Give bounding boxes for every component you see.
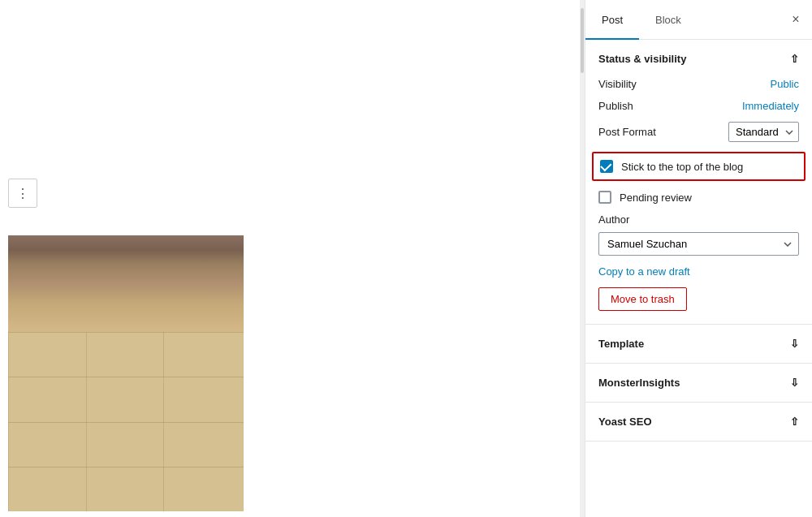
tab-post[interactable]: Post	[585, 0, 639, 39]
pending-review-label: Pending review	[620, 192, 692, 204]
monster-insights-section[interactable]: MonsterInsights ⇩	[585, 364, 812, 403]
sidebar-tabs: Post Block ×	[585, 0, 812, 40]
move-to-trash-button[interactable]: Move to trash	[598, 287, 687, 311]
tab-block[interactable]: Block	[639, 0, 698, 39]
status-visibility-section: Status & visibility ⇧ Visibility Public …	[585, 40, 812, 325]
sidebar-panel: Post Block × Status & visibility ⇧ Visib…	[585, 0, 812, 517]
yoast-seo-section[interactable]: Yoast SEO ⇧	[585, 403, 812, 442]
publish-value[interactable]: Immediately	[742, 100, 799, 112]
status-visibility-body: Visibility Public Publish Immediately Po…	[585, 78, 812, 324]
monster-insights-title: MonsterInsights	[598, 377, 680, 389]
publish-row: Publish Immediately	[598, 100, 799, 112]
sidebar-content: Status & visibility ⇧ Visibility Public …	[585, 40, 812, 517]
author-select[interactable]: Samuel Szuchan	[598, 232, 799, 256]
visibility-value[interactable]: Public	[771, 78, 799, 90]
block-dots-icon: ⋮	[16, 186, 29, 201]
image-block	[8, 235, 244, 511]
copy-draft-link[interactable]: Copy to a new draft	[598, 265, 799, 278]
stick-to-top-row: Stick to the top of the blog	[592, 152, 806, 181]
publish-label: Publish	[598, 100, 633, 112]
editor-scrollbar[interactable]	[580, 0, 585, 517]
status-visibility-header[interactable]: Status & visibility ⇧	[585, 40, 812, 78]
template-title: Template	[598, 338, 644, 350]
block-handle[interactable]: ⋮	[8, 179, 37, 208]
pending-review-checkbox[interactable]	[598, 191, 611, 204]
visibility-row: Visibility Public	[598, 78, 799, 90]
template-chevron-icon: ⇩	[790, 338, 799, 350]
visibility-label: Visibility	[598, 78, 637, 90]
template-section[interactable]: Template ⇩	[585, 325, 812, 364]
floor-grid	[8, 332, 244, 511]
status-visibility-title: Status & visibility	[598, 53, 686, 65]
author-section: Author Samuel Szuchan	[598, 213, 799, 256]
wood-floor-image	[8, 235, 244, 511]
monster-insights-chevron-icon: ⇩	[790, 377, 799, 389]
scrollbar-thumb[interactable]	[581, 8, 584, 73]
stick-to-top-label: Stick to the top of the blog	[621, 161, 743, 173]
close-panel-button[interactable]: ×	[780, 0, 812, 39]
yoast-seo-title: Yoast SEO	[598, 416, 652, 428]
pending-review-row: Pending review	[598, 191, 799, 204]
stick-to-top-checkbox[interactable]	[600, 160, 613, 173]
post-format-select[interactable]: Standard Aside Image Video Quote Link	[728, 122, 799, 142]
post-format-label: Post Format	[598, 126, 656, 138]
chevron-up-icon: ⇧	[790, 53, 799, 65]
post-format-row: Post Format Standard Aside Image Video Q…	[598, 122, 799, 142]
author-label: Author	[598, 213, 799, 226]
editor-area: ⋮	[0, 0, 580, 517]
yoast-seo-chevron-icon: ⇧	[790, 416, 799, 428]
